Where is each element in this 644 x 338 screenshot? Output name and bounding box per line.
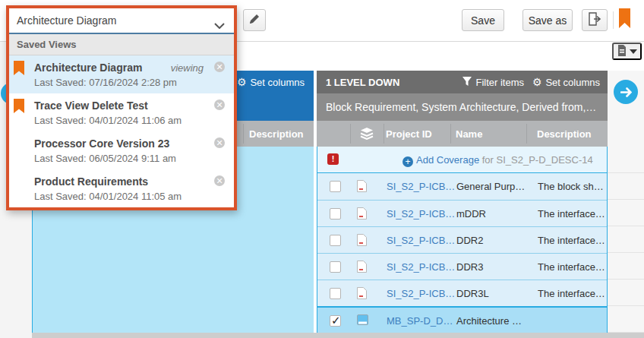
column-project-id[interactable]: Project ID [386, 121, 432, 147]
edit-view-button[interactable] [243, 9, 266, 31]
add-coverage-row: ! +Add Coverage for SI_S2_P-D_DESC-14 [317, 147, 607, 173]
project-id-link[interactable]: SI_S2_P-ICB… [387, 181, 455, 192]
close-icon[interactable]: ✕ [214, 100, 225, 110]
saved-view-timestamp: Last Saved: 04/01/2024 11:05 am [34, 190, 226, 204]
saved-view-item[interactable]: Product Requirements Last Saved: 04/01/2… [9, 169, 234, 207]
row-checkbox-checked[interactable] [330, 315, 341, 327]
item-name: mDDR [456, 208, 486, 220]
column-separator[interactable] [384, 124, 384, 144]
table-row[interactable]: SI_S2_P-ICB… DDR3 The interface… [317, 253, 607, 280]
set-columns-label: Set columns [250, 77, 305, 88]
project-id-link[interactable]: SI_S2_P-ICB… [387, 208, 455, 220]
column-separator[interactable] [450, 124, 451, 144]
scroll-right-button[interactable] [614, 80, 638, 104]
requirement-icon [357, 234, 367, 248]
saved-view-item[interactable]: Processor Core Version 23 Last Saved: 06… [9, 131, 234, 169]
saved-view-item[interactable]: Trace View Delete Test Last Saved: 04/01… [9, 93, 234, 131]
save-button[interactable]: Save [462, 9, 504, 31]
table-row[interactable]: SI_S2_P-ICB… DDR2 The interface… [317, 226, 607, 253]
table-row[interactable]: SI_S2_P-ICB… DDR3L The interface… [317, 280, 607, 306]
item-description: The interface… [538, 208, 605, 220]
row-checkbox[interactable] [330, 288, 341, 299]
saved-view-name: Trace View Delete Test [34, 99, 226, 112]
target-column-header: Project ID Name Description [317, 121, 608, 147]
close-icon[interactable]: ✕ [214, 62, 225, 72]
table-row-selected[interactable]: MB_SP-D_D… Architecture … [317, 306, 607, 333]
item-description: The interface… [538, 261, 605, 273]
export-button[interactable] [582, 9, 608, 31]
bookmark-icon[interactable] [14, 61, 24, 76]
chevron-down-icon [214, 18, 225, 32]
item-type-column-icon[interactable] [360, 121, 374, 147]
column-description[interactable]: Description [249, 121, 304, 147]
saved-view-text: Processor Core Version 23 Last Saved: 06… [34, 137, 226, 169]
pencil-icon [248, 13, 260, 27]
saved-view-item[interactable]: Architecture Diagram Last Saved: 07/16/2… [9, 55, 234, 93]
column-separator[interactable] [243, 124, 244, 144]
plus-circle-icon: + [402, 156, 413, 167]
layers-icon [360, 128, 374, 140]
project-id-link[interactable]: SI_S2_P-ICB… [387, 235, 455, 246]
relationship-summary-bar[interactable]: Block Requirement, System Architecture, … [317, 93, 608, 121]
bookmark-icon[interactable] [618, 8, 631, 29]
target-panel-header: 1 LEVEL DOWN Filter items ⚙ Set columns [317, 71, 608, 93]
export-icon [587, 12, 602, 28]
one-level-down-panel: 1 LEVEL DOWN Filter items ⚙ Set columns … [317, 71, 608, 333]
save-as-button[interactable]: Save as [522, 9, 573, 31]
item-description: The interface… [538, 288, 605, 299]
add-coverage-text: +Add Coverage for SI_S2_P-D_DESC-14 [402, 154, 593, 167]
table-row[interactable]: SI_S2_P-ICB… mDDR The interface… [317, 200, 607, 226]
close-icon[interactable]: ✕ [214, 175, 225, 186]
saved-view-text: Product Requirements Last Saved: 04/01/2… [34, 175, 226, 207]
toolbar-separator [613, 11, 614, 29]
row-checkbox[interactable] [330, 261, 341, 273]
filter-items-button[interactable]: Filter items [462, 71, 524, 93]
document-icon [617, 45, 627, 58]
gear-icon: ⚙ [532, 77, 542, 87]
row-checkbox[interactable] [330, 181, 341, 192]
project-id-link[interactable]: MB_SP-D_D… [387, 315, 453, 327]
item-name: DDR3L [456, 288, 489, 299]
bottom-scrollbar-track[interactable] [32, 333, 644, 338]
arrow-right-icon [620, 87, 632, 97]
bookmark-icon[interactable] [14, 99, 24, 114]
row-checkbox[interactable] [330, 235, 341, 246]
target-rows: ! +Add Coverage for SI_S2_P-D_DESC-14 SI… [317, 147, 608, 333]
table-row[interactable]: SI_S2_P-ICB… General Purp… The block sh… [317, 173, 607, 200]
saved-view-timestamp: Last Saved: 07/16/2024 2:28 pm [34, 76, 226, 90]
item-name: Architecture … [456, 315, 522, 327]
gutter-row-lines [608, 147, 644, 333]
set-columns-button[interactable]: ⚙ Set columns [532, 71, 600, 93]
saved-view-text: Trace View Delete Test Last Saved: 04/01… [34, 99, 226, 131]
panel-title: 1 LEVEL DOWN [326, 77, 399, 88]
item-description: The block sh… [538, 181, 604, 192]
gear-icon: ⚙ [237, 77, 247, 87]
view-selector-value: Architecture Diagram [17, 14, 117, 27]
item-name: General Purp… [456, 181, 525, 192]
diagram-icon [357, 314, 368, 327]
saved-view-timestamp: Last Saved: 06/05/2024 9:11 am [34, 152, 226, 166]
close-icon[interactable]: ✕ [214, 137, 225, 148]
column-separator[interactable] [526, 124, 527, 144]
row-checkbox[interactable] [330, 208, 341, 220]
set-columns-label: Set columns [545, 77, 600, 88]
requirement-icon [357, 287, 367, 302]
set-columns-button[interactable]: ⚙ Set columns [237, 71, 305, 93]
saved-views-header: Saved Views [9, 34, 234, 55]
saved-view-timestamp: Last Saved: 04/01/2024 11:06 am [34, 114, 226, 128]
project-id-link[interactable]: SI_S2_P-ICB… [387, 261, 455, 273]
project-id-link[interactable]: SI_S2_P-ICB… [387, 288, 455, 299]
app-window: Save Save as ⚙ Set columns , Last 7 [0, 0, 644, 338]
relationship-summary-text: Block Requirement, System Architecture, … [326, 101, 596, 113]
column-name[interactable]: Name [456, 121, 482, 147]
item-name: DDR3 [456, 261, 483, 273]
export-report-button[interactable] [612, 43, 642, 60]
add-coverage-target: for SI_S2_P-D_DESC-14 [482, 154, 593, 166]
view-selector[interactable]: Architecture Diagram [9, 8, 234, 34]
requirement-icon [357, 261, 367, 275]
add-coverage-link[interactable]: +Add Coverage [402, 154, 479, 166]
column-description[interactable]: Description [537, 121, 592, 147]
column-separator[interactable] [350, 124, 351, 144]
caret-down-icon [630, 49, 637, 54]
filter-items-label: Filter items [475, 77, 524, 88]
